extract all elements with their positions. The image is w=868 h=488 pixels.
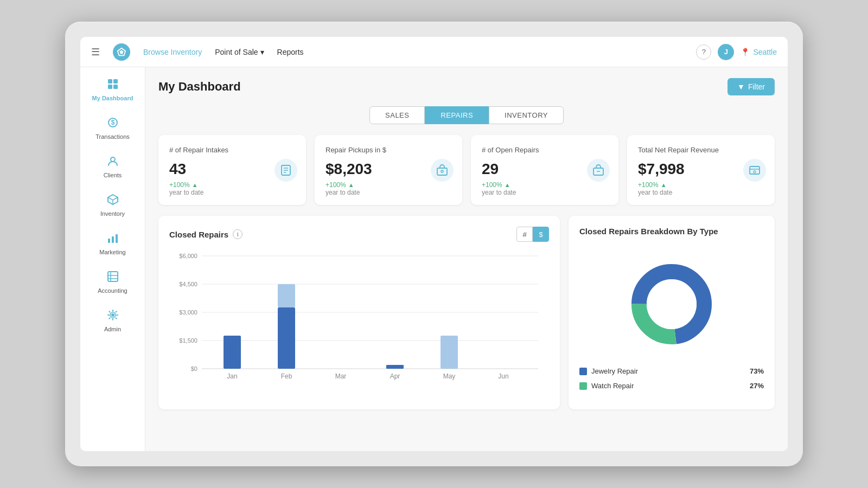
svg-rect-11	[112, 236, 114, 243]
marketing-icon	[107, 232, 119, 247]
svg-point-24	[441, 170, 443, 172]
stat-open-sub: year to date	[482, 189, 608, 196]
sidebar-item-inventory[interactable]: Inventory	[80, 187, 145, 223]
help-button[interactable]: ?	[696, 44, 711, 60]
admin-icon	[107, 309, 119, 324]
svg-marker-1	[119, 50, 123, 54]
svg-text:Apr: Apr	[390, 373, 400, 380]
svg-text:Jan: Jan	[227, 373, 237, 380]
device-screen: ☰ Browse Inventory Point of Sale ▾ Repor…	[80, 37, 788, 451]
sidebar-item-clients[interactable]: Clients	[80, 149, 145, 185]
stat-card-open-repairs: # of Open Repairs 29 +100% ▲ year to dat…	[471, 135, 618, 205]
location-pin-icon: 📍	[741, 48, 750, 56]
up-arrow-icon: ▲	[661, 182, 667, 188]
stat-card-pickups: Repair Pickups in $ $8,203 +100% ▲ year …	[315, 135, 462, 205]
sidebar-item-dashboard[interactable]: My Dashboard	[80, 72, 145, 108]
location-label: Seattle	[753, 48, 777, 56]
legend-left-jewelry: Jewelry Repair	[579, 367, 638, 375]
stat-intakes-icon	[275, 159, 297, 182]
svg-text:$0: $0	[191, 365, 197, 372]
sidebar-item-transactions[interactable]: $ Transactions	[80, 110, 145, 146]
stat-intakes-title: # of Repair Intakes	[169, 146, 295, 154]
tab-repairs[interactable]: REPAIRS	[425, 106, 489, 124]
legend-left-watch: Watch Repair	[579, 382, 634, 390]
nav-right: ? J 📍 Seattle	[696, 44, 777, 60]
stat-revenue-icon	[743, 159, 766, 182]
svg-text:$: $	[111, 119, 114, 126]
jewelry-label: Jewelry Repair	[591, 367, 638, 375]
up-arrow-icon: ▲	[505, 182, 510, 188]
stat-pickups-change: +100% ▲	[326, 181, 451, 189]
stat-open-change: +100% ▲	[482, 181, 608, 189]
donut-chart-card: Closed Repairs Breakdown By Type	[569, 216, 775, 409]
watch-pct: 27%	[750, 382, 764, 390]
svg-rect-43	[278, 284, 295, 307]
svg-point-17	[111, 313, 114, 317]
up-arrow-icon: ▲	[348, 182, 354, 188]
marketing-label: Marketing	[99, 249, 125, 255]
donut-legend: Jewelry Repair 73% Watch Repair	[579, 364, 764, 393]
inventory-icon	[107, 194, 119, 208]
nav-browse-inventory[interactable]: Browse Inventory	[143, 48, 202, 56]
device-frame: ☰ Browse Inventory Point of Sale ▾ Repor…	[65, 22, 803, 466]
charts-row: Closed Repairs i # $	[158, 216, 775, 409]
stat-pickups-title: Repair Pickups in $	[326, 146, 451, 154]
toggle-hash-button[interactable]: #	[516, 227, 533, 242]
svg-rect-41	[224, 336, 241, 369]
svg-rect-3	[113, 79, 118, 84]
nav-point-of-sale[interactable]: Point of Sale ▾	[215, 48, 264, 56]
watch-dot	[579, 382, 587, 390]
top-nav: ☰ Browse Inventory Point of Sale ▾ Repor…	[80, 37, 788, 67]
stat-open-icon	[587, 159, 610, 182]
main-layout: My Dashboard $ Transactions	[80, 67, 788, 451]
svg-text:$3,000: $3,000	[179, 309, 197, 316]
sidebar: My Dashboard $ Transactions	[80, 67, 145, 451]
accounting-label: Accounting	[98, 287, 127, 294]
transactions-label: Transactions	[95, 133, 130, 140]
dropdown-arrow-icon: ▾	[260, 48, 264, 56]
hamburger-icon[interactable]: ☰	[91, 46, 100, 58]
svg-text:Mar: Mar	[335, 373, 347, 380]
info-icon[interactable]: i	[233, 229, 242, 239]
stat-card-revenue: Total Net Repair Revenue $7,998 +100% ▲ …	[627, 135, 775, 205]
donut-svg	[623, 255, 720, 353]
svg-rect-13	[108, 272, 118, 281]
svg-point-29	[754, 171, 756, 173]
legend-item-watch: Watch Repair 27%	[579, 378, 764, 393]
svg-text:Feb: Feb	[281, 373, 292, 380]
donut-area: Jewelry Repair 73% Watch Repair	[579, 245, 764, 399]
svg-text:$6,000: $6,000	[179, 253, 197, 259]
stat-revenue-title: Total Net Repair Revenue	[638, 146, 764, 154]
sidebar-item-marketing[interactable]: Marketing	[80, 226, 145, 262]
stat-intakes-sub: year to date	[169, 189, 295, 196]
brand-logo	[113, 43, 130, 61]
svg-rect-42	[278, 307, 295, 369]
bar-chart-svg: $6,000 $4,500 $3,000 $1,500 $0	[169, 251, 549, 391]
svg-rect-12	[116, 234, 118, 243]
nav-reports[interactable]: Reports	[277, 48, 304, 56]
jewelry-dot	[579, 368, 587, 375]
stat-open-title: # of Open Repairs	[482, 146, 608, 154]
content-area: My Dashboard ▼ Filter SALES REPAIRS INVE…	[145, 67, 788, 451]
svg-text:May: May	[443, 373, 456, 380]
legend-item-jewelry: Jewelry Repair 73%	[579, 364, 764, 378]
sidebar-item-admin[interactable]: Admin	[80, 303, 145, 339]
location-selector[interactable]: 📍 Seattle	[741, 48, 777, 56]
toggle-dollar-button[interactable]: $	[533, 227, 549, 242]
stat-revenue-change: +100% ▲	[638, 181, 764, 189]
tab-sales[interactable]: SALES	[369, 106, 425, 124]
clients-icon	[107, 155, 119, 170]
admin-label: Admin	[104, 326, 121, 332]
donut-chart-title: Closed Repairs Breakdown By Type	[579, 227, 718, 236]
jewelry-pct: 73%	[750, 367, 764, 375]
inventory-label: Inventory	[100, 210, 125, 217]
dashboard-label: My Dashboard	[92, 95, 133, 101]
clients-label: Clients	[104, 172, 122, 178]
user-avatar[interactable]: J	[718, 44, 734, 60]
sidebar-item-accounting[interactable]: Accounting	[80, 264, 145, 300]
up-arrow-icon: ▲	[192, 182, 198, 188]
svg-rect-2	[108, 79, 112, 84]
bar-chart-card: Closed Repairs i # $	[158, 216, 560, 409]
filter-button[interactable]: ▼ Filter	[727, 78, 775, 95]
tab-inventory[interactable]: INVENTORY	[489, 106, 564, 124]
